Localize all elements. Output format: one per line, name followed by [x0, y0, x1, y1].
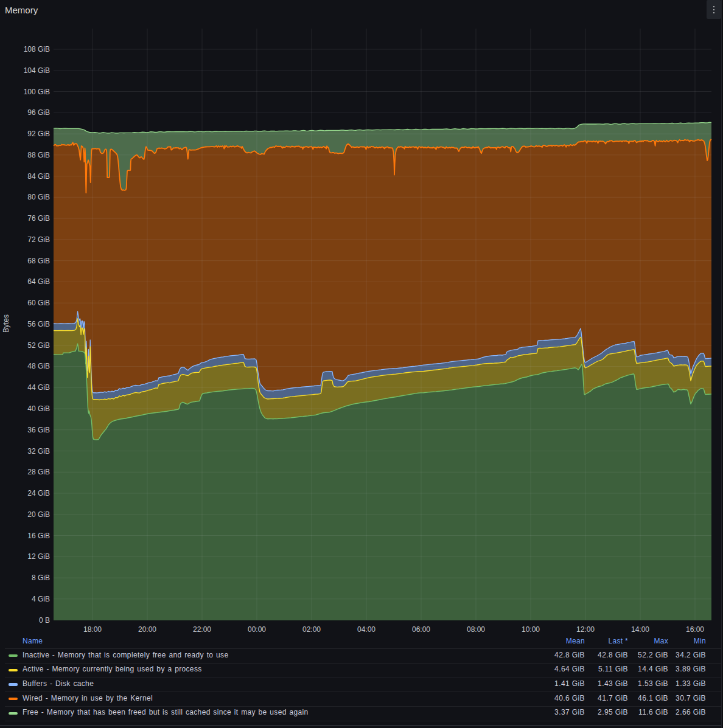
svg-text:52 GiB: 52 GiB [27, 341, 50, 350]
svg-text:0 B: 0 B [39, 616, 50, 625]
svg-text:44 GiB: 44 GiB [27, 383, 50, 392]
svg-text:16 GiB: 16 GiB [27, 532, 50, 540]
svg-text:04:00: 04:00 [357, 625, 375, 634]
svg-text:88 GiB: 88 GiB [27, 151, 50, 159]
svg-text:40 GiB: 40 GiB [27, 404, 50, 413]
svg-text:12:00: 12:00 [576, 625, 595, 634]
svg-text:22:00: 22:00 [193, 625, 211, 634]
svg-text:72 GiB: 72 GiB [27, 235, 50, 244]
svg-text:28 GiB: 28 GiB [27, 468, 50, 476]
svg-text:02:00: 02:00 [302, 625, 321, 634]
svg-text:64 GiB: 64 GiB [27, 277, 50, 286]
svg-text:96 GiB: 96 GiB [27, 108, 50, 117]
svg-text:80 GiB: 80 GiB [27, 193, 50, 201]
svg-text:48 GiB: 48 GiB [27, 362, 50, 370]
svg-text:68 GiB: 68 GiB [27, 257, 50, 265]
svg-text:18:00: 18:00 [83, 625, 102, 634]
svg-text:108 GiB: 108 GiB [24, 45, 50, 54]
svg-text:100 GiB: 100 GiB [24, 88, 50, 96]
svg-text:76 GiB: 76 GiB [27, 214, 50, 223]
svg-text:32 GiB: 32 GiB [27, 447, 50, 456]
svg-text:06:00: 06:00 [412, 625, 430, 634]
svg-text:00:00: 00:00 [248, 625, 266, 634]
svg-text:16:00: 16:00 [686, 625, 704, 634]
svg-text:92 GiB: 92 GiB [27, 130, 50, 138]
svg-text:08:00: 08:00 [467, 625, 485, 634]
svg-text:24 GiB: 24 GiB [27, 489, 50, 497]
svg-text:56 GiB: 56 GiB [27, 320, 50, 328]
svg-text:20:00: 20:00 [138, 625, 156, 634]
svg-text:84 GiB: 84 GiB [27, 172, 50, 181]
svg-text:10:00: 10:00 [522, 625, 540, 634]
svg-text:104 GiB: 104 GiB [24, 66, 50, 75]
svg-text:Bytes: Bytes [2, 314, 10, 333]
svg-text:60 GiB: 60 GiB [27, 299, 50, 307]
svg-text:20 GiB: 20 GiB [27, 510, 50, 519]
svg-text:36 GiB: 36 GiB [27, 426, 50, 434]
svg-text:14:00: 14:00 [631, 625, 649, 634]
svg-text:4 GiB: 4 GiB [32, 595, 50, 603]
svg-text:8 GiB: 8 GiB [32, 574, 50, 582]
svg-text:12 GiB: 12 GiB [27, 552, 50, 561]
